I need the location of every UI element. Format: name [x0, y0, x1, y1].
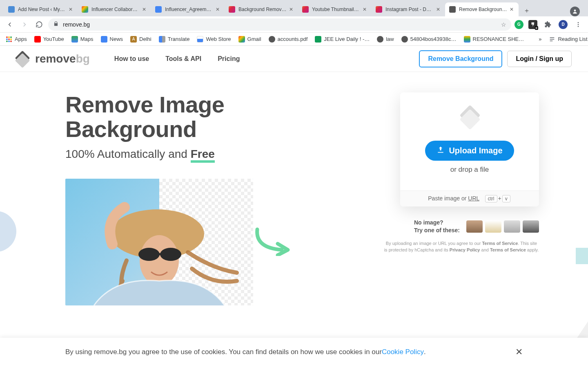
- bm-label: Reading List: [558, 36, 587, 42]
- decoration: [576, 248, 588, 264]
- login-signup-button[interactable]: Login / Sign up: [507, 51, 572, 67]
- tos-link-2[interactable]: Terms of Service: [490, 247, 526, 252]
- grammarly-ext-icon[interactable]: G: [514, 20, 523, 29]
- profile-avatar-icon[interactable]: [570, 7, 580, 16]
- star-icon[interactable]: ☆: [501, 21, 506, 28]
- bm-news[interactable]: News: [101, 36, 123, 43]
- ext-badge: 0: [535, 26, 538, 30]
- extension-icon[interactable]: 0: [528, 20, 537, 29]
- bookmarks-bar: Apps YouTube Maps News ADelhi Translate …: [0, 33, 588, 46]
- bm-law[interactable]: law: [377, 36, 394, 43]
- chrome-menu-button[interactable]: [572, 19, 584, 30]
- close-icon[interactable]: ✕: [509, 7, 514, 12]
- svg-point-2: [578, 24, 579, 25]
- bm-overflow[interactable]: »: [539, 36, 541, 42]
- bm-webstore[interactable]: Web Store: [197, 36, 231, 43]
- tab-3[interactable]: Background Remover… ✕: [225, 2, 298, 16]
- title-line: Remove Image: [65, 92, 224, 117]
- cookie-close-icon[interactable]: ✕: [515, 347, 523, 357]
- bm-translate[interactable]: Translate: [159, 36, 190, 43]
- title-line: Background: [65, 116, 197, 142]
- sample-thumb-1[interactable]: [466, 220, 483, 233]
- delhi-icon: A: [130, 36, 137, 43]
- bm-delhi[interactable]: ADelhi: [130, 36, 151, 43]
- tab-4[interactable]: Youtube Thumbnail - … ✕: [298, 2, 372, 16]
- bm-label: Apps: [15, 36, 27, 42]
- upload-label: Upload Image: [449, 146, 502, 155]
- maps-icon: [71, 36, 78, 43]
- bm-label: RESONANCE SHE…: [473, 36, 524, 42]
- kbd-ctrl: ctrl: [485, 195, 497, 202]
- close-icon[interactable]: ✕: [288, 7, 294, 12]
- try-samples-row: No image? Try one of these:: [384, 219, 539, 234]
- tab-title: Background Remover…: [238, 7, 287, 12]
- remove-background-button[interactable]: Remove Background: [419, 50, 502, 67]
- bm-bos[interactable]: 54804bos43938c…: [401, 36, 457, 43]
- tab-1[interactable]: Influencer Collaborati… ✕: [78, 2, 151, 16]
- drop-subtext: or drop a file: [450, 166, 489, 174]
- back-button[interactable]: [4, 19, 16, 30]
- tab-strip: Add New Post ‹ MySm… ✕ Influencer Collab…: [0, 0, 588, 16]
- tab-0[interactable]: Add New Post ‹ MySm… ✕: [4, 2, 78, 16]
- bm-accounts[interactable]: accounts.pdf: [269, 36, 308, 43]
- tab-title: Influencer_Agreemen…: [165, 7, 213, 12]
- extensions-button[interactable]: [542, 19, 554, 30]
- tab-5[interactable]: Instagram Post - Desi… ✕: [372, 2, 445, 16]
- bm-apps[interactable]: Apps: [6, 36, 27, 43]
- apps-icon: [6, 36, 12, 43]
- site-logo[interactable]: removebg: [16, 52, 90, 65]
- forward-button[interactable]: [19, 19, 30, 30]
- cookie-text: By using remove.bg you agree to the use …: [65, 348, 382, 356]
- nav-tools[interactable]: Tools & API: [165, 55, 201, 63]
- paste-url-link[interactable]: URL: [468, 195, 479, 202]
- cookie-banner: By using remove.bg you agree to the use …: [0, 338, 588, 366]
- bm-label: Maps: [80, 36, 94, 42]
- pdf-icon: [377, 36, 383, 43]
- try-line1: No image?: [414, 219, 443, 226]
- new-tab-button[interactable]: ＋: [521, 5, 532, 16]
- extension-icon-2[interactable]: D: [559, 20, 568, 29]
- svg-rect-8: [158, 253, 163, 255]
- close-icon[interactable]: ✕: [141, 7, 147, 12]
- privacy-link[interactable]: Privacy Policy: [450, 247, 480, 252]
- nav-howto[interactable]: How to use: [114, 55, 149, 63]
- paste-text: Paste image or: [428, 195, 468, 202]
- kbd-v: v: [502, 195, 510, 202]
- tab-2[interactable]: Influencer_Agreemen… ✕: [151, 2, 225, 16]
- try-thumbs: [466, 220, 539, 233]
- sub-text: 100% Automatically and: [65, 148, 191, 160]
- site-nav: How to use Tools & API Pricing: [114, 55, 240, 63]
- tos-link[interactable]: Terms of Service: [482, 241, 518, 246]
- bm-youtube[interactable]: YouTube: [34, 36, 64, 43]
- decoration: [0, 211, 16, 252]
- svg-point-7: [160, 248, 181, 261]
- tab-6[interactable]: Remove Background f… ✕: [445, 2, 519, 16]
- tab-title: Youtube Thumbnail - …: [312, 7, 360, 12]
- tab-title: Remove Background f…: [459, 7, 507, 12]
- reload-button[interactable]: [33, 19, 45, 30]
- logo-icon: [16, 54, 31, 63]
- arrow-icon: [253, 227, 294, 256]
- nav-pricing[interactable]: Pricing: [218, 55, 240, 63]
- sample-thumb-2[interactable]: [485, 220, 501, 233]
- bm-reading-list[interactable]: Reading List: [549, 36, 587, 43]
- address-bar[interactable]: remove.bg ☆: [48, 18, 511, 31]
- bm-jee[interactable]: JEE Live Daily ! -…: [315, 36, 370, 43]
- bm-label: Gmail: [247, 36, 261, 42]
- bm-maps[interactable]: Maps: [71, 36, 94, 43]
- close-icon[interactable]: ✕: [68, 7, 74, 12]
- drop-area[interactable]: Upload Image or drop a file: [400, 92, 539, 191]
- cookie-policy-link[interactable]: Cookie Policy: [382, 348, 424, 356]
- close-icon[interactable]: ✕: [435, 7, 441, 12]
- favicon-icon: [376, 6, 382, 13]
- bm-resonance[interactable]: RESONANCE SHE…: [464, 36, 524, 43]
- sample-thumb-4[interactable]: [523, 220, 539, 233]
- try-line2: Try one of these:: [414, 227, 460, 233]
- tab-title: Add New Post ‹ MySm…: [18, 7, 66, 12]
- close-icon[interactable]: ✕: [215, 7, 220, 12]
- close-icon[interactable]: ✕: [362, 7, 368, 12]
- sample-thumb-3[interactable]: [504, 220, 520, 233]
- upload-image-button[interactable]: Upload Image: [425, 141, 514, 161]
- logo-text-a: remove: [35, 52, 76, 65]
- bm-gmail[interactable]: Gmail: [238, 36, 261, 43]
